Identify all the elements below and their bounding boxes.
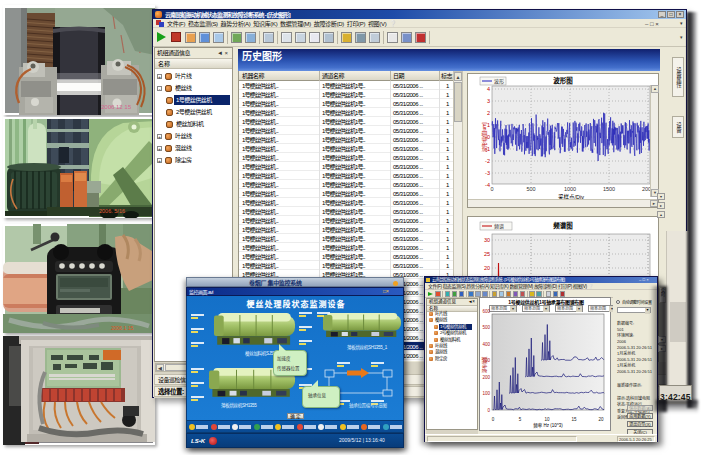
svg-text:0: 0 [487,134,490,140]
svg-text:0: 0 [487,408,490,413]
svg-text:4: 4 [487,86,490,92]
svg-text:500: 500 [526,186,535,192]
svg-text:20: 20 [598,417,604,422]
svg-text:200: 200 [482,375,490,380]
svg-text:20: 20 [484,265,490,271]
svg-text:瀑布幅值: 瀑布幅值 [481,356,488,373]
svg-text:-2: -2 [485,158,490,164]
svg-text:2: 2 [487,110,490,116]
svg-text:400: 400 [482,342,490,347]
svg-text:波形: 波形 [494,78,504,85]
svg-text:100: 100 [482,391,490,396]
svg-text:1: 1 [487,122,490,128]
svg-text:1500: 1500 [603,186,615,192]
svg-text:波形幅值[um]: 波形幅值[um] [481,122,488,152]
svg-text:2006 12 15: 2006 12 15 [101,104,132,110]
svg-text:2006. 5/16: 2006. 5/16 [99,208,125,214]
svg-text:5: 5 [519,417,522,422]
svg-text:-3: -3 [485,170,490,176]
svg-text:频谱: 频谱 [494,223,504,230]
svg-text:3: 3 [487,98,490,104]
svg-text:0: 0 [492,417,495,422]
svg-text:波形图: 波形图 [553,76,573,85]
svg-text:30: 30 [484,237,490,243]
svg-text:500: 500 [482,325,490,330]
svg-text:25: 25 [484,251,490,257]
svg-text:15: 15 [571,417,577,422]
svg-text:600: 600 [482,309,490,314]
svg-text:频谱图: 频谱图 [553,221,573,230]
svg-text:1000: 1000 [564,186,576,192]
svg-text:-4: -4 [485,182,490,188]
svg-text:0: 0 [490,186,493,192]
svg-text:频率 Hz (10^3): 频率 Hz (10^3) [533,422,563,429]
svg-text:2006 1 15: 2006 1 15 [111,325,133,331]
svg-text:10: 10 [544,417,550,422]
